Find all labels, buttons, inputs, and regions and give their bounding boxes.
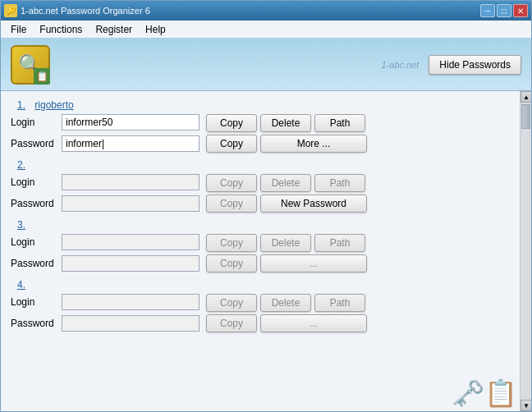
entry-number-1: 1. rigoberto — [11, 98, 510, 112]
logo-area: 📋 — [11, 45, 50, 85]
path-button-4[interactable]: Path — [314, 294, 365, 312]
window-title: 1-abc.net Password Organizer 6 — [21, 6, 150, 16]
login-input-4[interactable] — [62, 294, 200, 310]
hide-passwords-button[interactable]: Hide Passwords — [429, 55, 521, 75]
entry-section-3: 3. Login Password — [11, 217, 510, 274]
watermark-text: 1-abc.net — [381, 60, 419, 70]
menu-bar: File Functions Register Help — [1, 21, 531, 39]
title-bar-left: 🔑 1-abc.net Password Organizer 6 — [4, 4, 150, 17]
path-button-1[interactable]: Path — [314, 114, 365, 132]
entry-section-4: 4. Login Password — [11, 277, 510, 334]
scrollbar[interactable]: ▲ ▼ — [520, 91, 531, 411]
close-button[interactable]: ✕ — [513, 4, 528, 17]
copy-password-button-2[interactable]: Copy — [206, 195, 257, 213]
copy-password-button-3[interactable]: Copy — [206, 254, 257, 272]
login-label-4: Login — [11, 296, 58, 308]
main-window: 🔑 1-abc.net Password Organizer 6 ─ □ ✕ F… — [0, 0, 532, 412]
copy-login-button-3[interactable]: Copy — [206, 234, 257, 252]
password-label-2: Password — [11, 198, 58, 209]
app-logo: 📋 — [11, 45, 50, 85]
entry-number-4: 4. — [11, 277, 510, 292]
logo-badge: 📋 — [34, 68, 50, 85]
copy-password-button-1[interactable]: Copy — [206, 135, 257, 153]
dots-button-3[interactable]: ... — [260, 254, 367, 272]
delete-button-2[interactable]: Delete — [260, 174, 311, 192]
maximize-button[interactable]: □ — [497, 4, 511, 17]
entry-number-3: 3. — [11, 217, 510, 232]
delete-button-1[interactable]: Delete — [260, 114, 311, 132]
entry-login-row-4: Login — [11, 294, 200, 310]
entry-buttons-login-4: Copy Delete Path — [206, 294, 367, 312]
header-area: 📋 1-abc.net Hide Passwords — [1, 39, 531, 91]
login-label-2: Login — [11, 176, 58, 188]
password-input-3[interactable] — [62, 255, 200, 272]
title-bar: 🔑 1-abc.net Password Organizer 6 ─ □ ✕ — [1, 1, 531, 21]
window-controls: ─ □ ✕ — [480, 4, 528, 17]
menu-functions[interactable]: Functions — [33, 22, 89, 37]
entry-password-row-2: Password — [11, 195, 200, 212]
scroll-down-arrow[interactable]: ▼ — [521, 400, 531, 411]
menu-help[interactable]: Help — [139, 22, 172, 37]
entry-password-row-3: Password — [11, 255, 200, 272]
entry-buttons-password-1: Copy More ... — [206, 135, 367, 153]
copy-login-button-1[interactable]: Copy — [206, 114, 257, 132]
entry-section-2: 2. Login Password — [11, 158, 510, 214]
login-input-2[interactable] — [62, 174, 200, 190]
new-password-button-2[interactable]: New Password — [260, 195, 367, 213]
password-label-4: Password — [11, 318, 58, 329]
app-icon: 🔑 — [4, 4, 17, 17]
entry-buttons-password-4: Copy ... — [206, 314, 367, 332]
password-label-3: Password — [11, 258, 58, 269]
copy-password-button-4[interactable]: Copy — [206, 314, 257, 332]
entry-login-row-1: Login — [11, 114, 200, 130]
entry-password-row-1: Password — [11, 135, 200, 152]
entries-container: 1. rigoberto Login Password — [1, 91, 520, 411]
scroll-track[interactable] — [521, 103, 531, 400]
login-label-3: Login — [11, 236, 58, 248]
entry-password-row-4: Password — [11, 315, 200, 332]
login-label-1: Login — [11, 117, 58, 128]
entry-buttons-password-3: Copy ... — [206, 254, 367, 272]
entry-buttons-login-2: Copy Delete Path — [206, 174, 367, 192]
main-content: 1. rigoberto Login Password — [1, 91, 531, 411]
entry-buttons-login-1: Copy Delete Path — [206, 114, 367, 132]
dots-button-4[interactable]: ... — [260, 314, 367, 332]
login-input-1[interactable] — [62, 114, 200, 130]
menu-file[interactable]: File — [4, 22, 33, 37]
password-input-1[interactable] — [62, 135, 200, 152]
entry-name-1[interactable]: rigoberto — [34, 99, 73, 111]
entry-login-row-3: Login — [11, 234, 200, 250]
menu-register[interactable]: Register — [89, 22, 139, 37]
bottom-decoration-icon: 🗝️📋 — [452, 378, 517, 409]
scroll-up-arrow[interactable]: ▲ — [521, 91, 531, 103]
delete-button-3[interactable]: Delete — [260, 234, 311, 252]
minimize-button[interactable]: ─ — [480, 4, 495, 17]
path-button-2[interactable]: Path — [314, 174, 365, 192]
entry-number-2: 2. — [11, 158, 510, 172]
password-label-1: Password — [11, 138, 58, 149]
entry-buttons-password-2: Copy New Password — [206, 195, 367, 213]
password-input-4[interactable] — [62, 315, 200, 332]
login-input-3[interactable] — [62, 234, 200, 250]
delete-button-4[interactable]: Delete — [260, 294, 311, 312]
more-button-1[interactable]: More ... — [260, 135, 367, 153]
scroll-thumb[interactable] — [521, 104, 530, 129]
entry-buttons-login-3: Copy Delete Path — [206, 234, 367, 252]
copy-login-button-2[interactable]: Copy — [206, 174, 257, 192]
copy-login-button-4[interactable]: Copy — [206, 294, 257, 312]
password-input-2[interactable] — [62, 195, 200, 212]
path-button-3[interactable]: Path — [314, 234, 365, 252]
entry-login-row-2: Login — [11, 174, 200, 190]
entry-section-1: 1. rigoberto Login Password — [11, 98, 510, 154]
